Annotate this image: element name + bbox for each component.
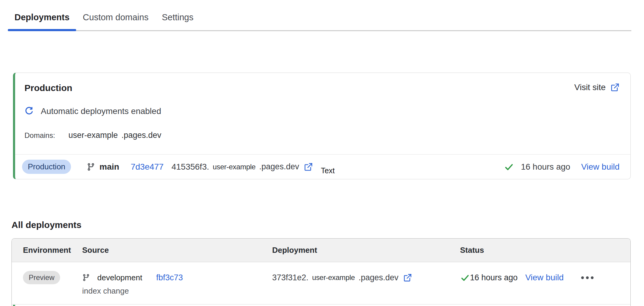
git-branch-icon: [82, 274, 90, 282]
visit-site-label: Visit site: [574, 83, 606, 92]
commit-message: index change: [82, 286, 272, 296]
domains-label: Domains:: [24, 131, 55, 140]
deployment-url-prefix: 373f31e2.: [272, 273, 308, 282]
refresh-icon: [24, 107, 34, 116]
external-link-icon[interactable]: [304, 162, 313, 171]
deployment-url-suffix: .pages.dev: [259, 162, 299, 171]
domain-suffix: .pages.dev: [121, 130, 161, 140]
production-card: Production Visit site: [13, 73, 631, 179]
external-link-icon[interactable]: [403, 273, 412, 282]
tab-custom-domains[interactable]: Custom domains: [76, 0, 155, 30]
branch-name: development: [97, 273, 142, 282]
table-row-preview-deployment: Preview development fbf3c73 index change: [12, 262, 630, 304]
check-icon: [504, 162, 514, 171]
environment-badge-preview: Preview: [23, 271, 60, 284]
deployment-url[interactable]: 373f31e2. user-example .pages.dev: [272, 273, 412, 282]
column-header-source: Source: [82, 246, 272, 255]
tab-settings[interactable]: Settings: [155, 0, 200, 30]
automatic-deployments-text: Automatic deployments enabled: [41, 106, 161, 116]
view-build-link[interactable]: View build: [581, 162, 620, 172]
ellipsis-icon: [591, 276, 594, 279]
external-link-icon: [610, 83, 620, 92]
deployment-url-name: user-example: [213, 163, 256, 171]
column-header-status: Status: [460, 246, 594, 255]
production-card-title: Production: [24, 83, 72, 93]
commit-link[interactable]: fbf3c73: [156, 273, 183, 282]
production-accent-bar: [13, 305, 15, 306]
status-time: 16 hours ago: [521, 162, 570, 172]
view-build-link[interactable]: View build: [525, 273, 564, 282]
annotation-text: Text: [321, 166, 335, 175]
tab-bar: Deployments Custom domains Settings: [8, 0, 631, 31]
ellipsis-icon: [581, 276, 584, 279]
column-header-deployment: Deployment: [272, 246, 460, 255]
next-row-production-accent: [12, 304, 630, 306]
check-icon: [460, 273, 470, 282]
more-actions-button[interactable]: [581, 275, 594, 281]
deployment-url-prefix: 415356f3.: [172, 162, 209, 172]
environment-badge-production: Production: [22, 160, 71, 174]
production-deployment-row: Production main 7d3e477 415356f3. user-e…: [15, 154, 630, 179]
status-time: 16 hours ago: [470, 273, 518, 282]
branch-name: main: [99, 162, 119, 172]
table-header-row: Environment Source Deployment Status: [12, 239, 630, 262]
deployment-url-name: user-example: [312, 273, 355, 282]
commit-link[interactable]: 7d3e477: [131, 162, 164, 172]
column-header-environment: Environment: [23, 246, 82, 255]
ellipsis-icon: [586, 276, 589, 279]
git-branch-icon: [87, 163, 95, 171]
all-deployments-heading: All deployments: [11, 220, 631, 230]
deployments-page: Deployments Custom domains Settings Prod…: [0, 0, 644, 306]
tab-deployments[interactable]: Deployments: [8, 0, 76, 30]
domain-name: user-example: [68, 130, 118, 140]
visit-site-link[interactable]: Visit site: [574, 83, 620, 92]
all-deployments-table: Environment Source Deployment Status Pre…: [11, 238, 631, 306]
deployment-url[interactable]: 415356f3. user-example .pages.dev: [172, 162, 313, 172]
deployment-url-suffix: .pages.dev: [359, 273, 398, 282]
